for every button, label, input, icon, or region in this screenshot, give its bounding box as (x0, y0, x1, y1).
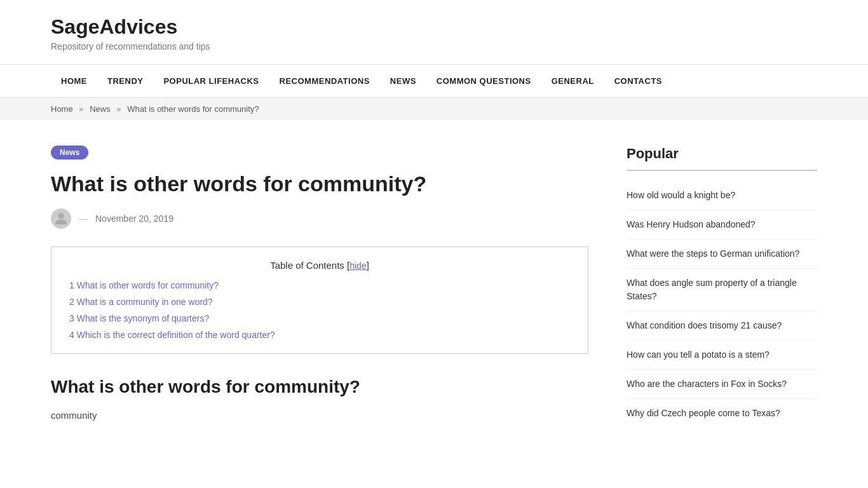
popular-link-7[interactable]: Why did Czech people come to Texas? (627, 408, 780, 418)
popular-list: How old would a knight be?Was Henry Huds… (627, 181, 817, 428)
toc-link-2[interactable]: 3 What is the synonym of quarters? (69, 313, 209, 323)
site-header: SageAdvices Repository of recommendation… (0, 0, 868, 65)
nav-item-general: GENERAL (541, 65, 604, 97)
section-heading: What is other words for community? (51, 377, 588, 397)
site-title: SageAdvices (51, 15, 817, 39)
popular-item: Why did Czech people come to Texas? (627, 399, 817, 428)
page-content: News What is other words for community? … (0, 120, 868, 453)
toc-item: 1 What is other words for community? (69, 280, 570, 291)
breadcrumb-sep-2: » (116, 104, 121, 114)
popular-item: What does angle sum property of a triang… (627, 269, 817, 311)
toc-link-1[interactable]: 2 What is a community in one word? (69, 297, 213, 307)
toc-hide-link[interactable]: hide (349, 261, 366, 271)
sidebar-divider (627, 170, 817, 171)
nav-link-contacts[interactable]: CONTACTS (604, 65, 672, 97)
breadcrumb-sep-1: » (79, 104, 83, 114)
popular-item: What condition does trisomy 21 cause? (627, 311, 817, 341)
toc-item: 3 What is the synonym of quarters? (69, 313, 570, 324)
toc-list: 1 What is other words for community?2 Wh… (69, 280, 570, 341)
nav-item-common-questions: COMMON QUESTIONS (426, 65, 541, 97)
nav-link-popular-lifehacks[interactable]: POPULAR LIFEHACKS (153, 65, 269, 97)
nav-link-general[interactable]: GENERAL (541, 65, 604, 97)
popular-link-5[interactable]: How can you tell a potato is a stem? (627, 349, 770, 360)
toc-item: 2 What is a community in one word? (69, 296, 570, 308)
popular-link-6[interactable]: Who are the characters in Fox in Socks? (627, 379, 787, 389)
article-meta: — November 20, 2019 (51, 208, 588, 229)
meta-dash: — (79, 214, 88, 224)
popular-item: Was Henry Hudson abandoned? (627, 210, 817, 240)
popular-link-2[interactable]: What were the steps to German unificatio… (627, 248, 799, 259)
toc-title: Table of Contents [hide] (69, 260, 570, 271)
toc-box: Table of Contents [hide] 1 What is other… (51, 247, 588, 354)
nav-item-home: HOME (51, 65, 97, 97)
breadcrumb-section[interactable]: News (90, 104, 111, 114)
toc-item: 4 Which is the correct definition of the… (69, 329, 570, 341)
nav-item-recommendations: RECOMMENDATIONS (269, 65, 380, 97)
sidebar: Popular How old would a knight be?Was He… (627, 146, 817, 428)
article-title: What is other words for community? (51, 171, 588, 197)
avatar (51, 208, 71, 229)
svg-point-0 (58, 212, 64, 218)
nav-item-trendy: TRENDY (97, 65, 153, 97)
nav-link-common-questions[interactable]: COMMON QUESTIONS (426, 65, 541, 97)
sidebar-popular-title: Popular (627, 146, 817, 162)
nav-link-trendy[interactable]: TRENDY (97, 65, 153, 97)
popular-link-3[interactable]: What does angle sum property of a triang… (627, 278, 797, 301)
popular-item: What were the steps to German unificatio… (627, 240, 817, 269)
popular-link-4[interactable]: What condition does trisomy 21 cause? (627, 320, 782, 330)
popular-link-1[interactable]: Was Henry Hudson abandoned? (627, 219, 756, 229)
toc-link-3[interactable]: 4 Which is the correct definition of the… (69, 330, 275, 340)
article-date: November 20, 2019 (95, 214, 173, 224)
popular-item: How old would a knight be? (627, 181, 817, 210)
nav-item-news: NEWS (380, 65, 426, 97)
breadcrumb-current: What is other words for community? (127, 104, 259, 114)
site-subtitle: Repository of recommendations and tips (51, 41, 817, 51)
nav-link-recommendations[interactable]: RECOMMENDATIONS (269, 65, 380, 97)
article-main: News What is other words for community? … (51, 146, 588, 428)
popular-link-0[interactable]: How old would a knight be? (627, 190, 735, 200)
popular-item: Who are the characters in Fox in Socks? (627, 370, 817, 399)
nav-link-news[interactable]: NEWS (380, 65, 426, 97)
breadcrumb: Home » News » What is other words for co… (0, 98, 868, 120)
article-body-text: community (51, 407, 588, 424)
nav-item-contacts: CONTACTS (604, 65, 672, 97)
toc-link-0[interactable]: 1 What is other words for community? (69, 280, 219, 290)
popular-item: How can you tell a potato is a stem? (627, 341, 817, 370)
nav-item-popular-lifehacks: POPULAR LIFEHACKS (153, 65, 269, 97)
nav-link-home[interactable]: HOME (51, 65, 97, 97)
breadcrumb-home[interactable]: Home (51, 104, 73, 114)
main-nav: HOMETRENDYPOPULAR LIFEHACKSRECOMMENDATIO… (0, 65, 868, 98)
news-badge: News (51, 146, 88, 159)
